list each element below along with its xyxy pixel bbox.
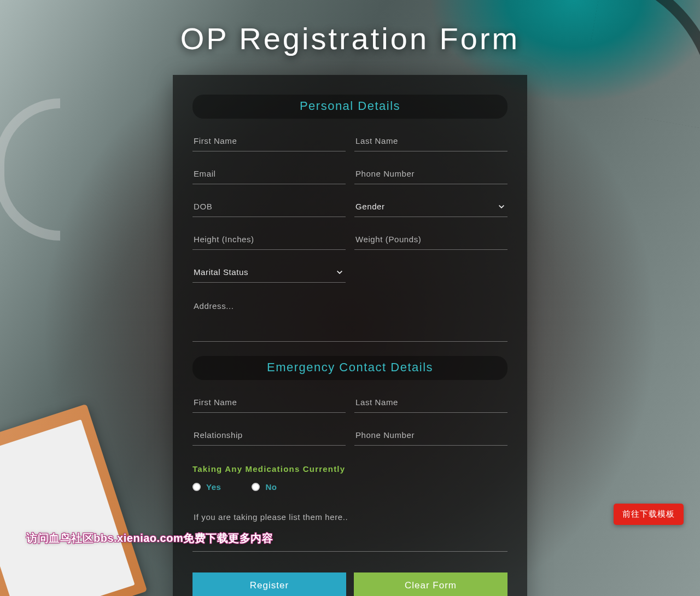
height-field[interactable]	[192, 229, 346, 250]
relationship-field[interactable]	[192, 425, 346, 446]
last-name-field[interactable]	[354, 131, 508, 151]
medications-yes-label: Yes	[206, 482, 221, 492]
phone-field[interactable]	[354, 163, 508, 184]
emergency-last-name-field[interactable]	[354, 392, 508, 413]
medications-yes-radio[interactable]	[192, 483, 201, 491]
download-template-button[interactable]: 前往下载模板	[614, 504, 684, 525]
register-button[interactable]: Register	[192, 572, 346, 596]
emergency-first-name-field[interactable]	[192, 392, 346, 413]
medications-no-radio[interactable]	[252, 483, 260, 491]
weight-field[interactable]	[354, 229, 508, 250]
medications-no-label: No	[265, 482, 277, 492]
page-title: OP Registration Form	[0, 0, 700, 56]
address-field[interactable]	[192, 295, 508, 342]
gender-select[interactable]: Gender	[354, 196, 508, 217]
first-name-field[interactable]	[192, 131, 346, 151]
clipboard-decor	[0, 404, 147, 596]
section-header-personal: Personal Details	[192, 95, 508, 119]
marital-status-select[interactable]: Marital Status	[192, 262, 346, 283]
clear-form-button[interactable]: Clear Form	[354, 572, 508, 596]
stethoscope-decor	[0, 98, 60, 241]
emergency-phone-field[interactable]	[354, 425, 508, 446]
registration-form: Personal Details Gender	[173, 75, 527, 596]
watermark-text: 访问血鸟社区bbs.xieniao.com免费下载更多内容	[26, 531, 273, 546]
medications-radio-group: Yes No	[192, 482, 508, 492]
medications-no-option[interactable]: No	[252, 482, 277, 492]
dob-field[interactable]	[192, 196, 346, 217]
section-header-emergency: Emergency Contact Details	[192, 356, 508, 380]
email-field[interactable]	[192, 163, 346, 184]
medications-yes-option[interactable]: Yes	[192, 482, 221, 492]
medications-question: Taking Any Medications Currently	[192, 464, 508, 474]
